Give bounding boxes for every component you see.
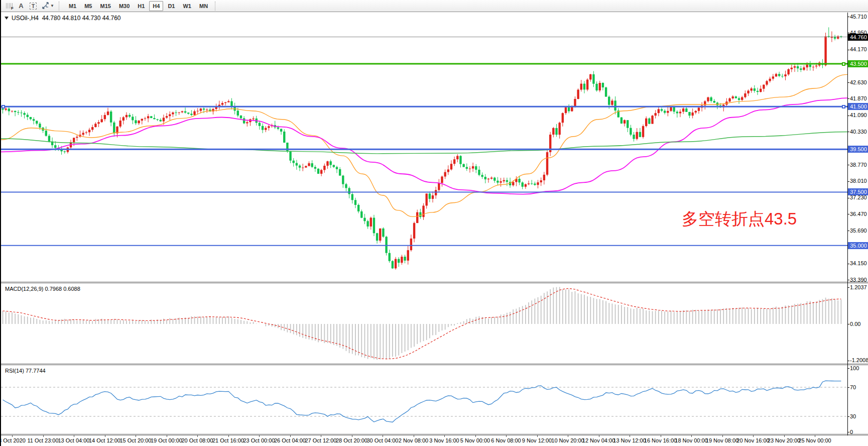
price-tick-label: 33.390 [850,277,867,283]
rsi-chart-canvas[interactable] [1,365,847,434]
tf-button-M1[interactable]: M1 [65,1,80,11]
toolbar-separator [59,2,63,11]
price-level-badge-37.500: 37.500 [848,188,868,195]
time-tick-label: 3 Nov 16:00 [429,437,459,443]
macd-label: MACD(12,26,9) 0.7968 0.6088 [5,286,80,292]
hline-marker [842,62,845,66]
time-tickmark [630,435,630,437]
rsi-tickmark [848,368,849,369]
time-tick-label: 14 Oct 12:00 [89,437,120,443]
time-tickmark [784,435,785,437]
price-tick-label: 36.470 [850,211,867,217]
time-tick-label: 27 Oct 12:00 [305,437,337,443]
hline-marker [842,105,845,108]
time-tickmark [321,435,321,437]
time-tick-label: 20 Nov 16:00 [736,437,769,443]
time-tick-label: 18 Nov 00:00 [675,437,707,443]
price-tick-label: 35.690 [850,228,867,234]
time-tick-label: 2 Nov 08:00 [399,437,428,443]
time-tick-label: 6 Nov 08:00 [491,437,521,443]
chart-title: USOil-,H4 44.780 44.810 44.730 44.760 [5,15,121,22]
rsi-tickmark [848,387,849,388]
time-tick-label: 30 Oct 04:00 [367,437,399,443]
text-box-icon[interactable]: T [27,1,39,11]
time-tickmark [661,435,661,437]
macd-tickmark [848,361,849,361]
time-tickmark [12,435,13,437]
tf-button-W1[interactable]: W1 [179,1,195,11]
grid-f-icon[interactable]: F [3,1,15,11]
pane-separator[interactable] [1,364,868,364]
timeframe-toolbar: M1M5M15M30H1H4D1W1MN [65,1,212,11]
annotation-text[interactable]: 多空转折点43.5 [682,208,797,231]
time-tick-label: 13 Nov 12:00 [613,437,646,443]
time-tick-label: 9 Nov 12:00 [522,437,552,443]
price-tick-label: 45.710 [850,14,867,20]
tf-button-MN[interactable]: MN [196,1,211,11]
time-tick-label: 28 Oct 20:00 [336,437,367,443]
time-tickmark [383,435,383,437]
time-tick-label: 16 Nov 16:00 [644,437,677,443]
macd-tick-label: -1.2008 [850,357,868,363]
text-label-icon[interactable]: A [15,1,27,11]
price-tick-label: 38.010 [850,178,867,184]
price-tickmark [848,165,849,165]
time-tick-label: 15 Oct 20:00 [120,437,152,443]
price-tickmark [848,17,849,17]
rsi-label: RSI(14) 77.7744 [5,368,46,374]
time-tickmark [722,435,723,437]
time-tickmark [105,435,105,437]
time-tickmark [537,435,538,437]
time-tick-label: 23 Oct 00:00 [243,437,275,443]
rsi-tick-label: 70 [850,384,856,390]
time-tickmark [43,435,44,437]
tf-button-H4[interactable]: H4 [149,1,163,11]
time-tickmark [259,435,260,437]
arrows-style-icon[interactable] [39,1,51,11]
current-price-badge: 44.760 [848,34,868,41]
chart-dropdown-triangle-icon[interactable] [5,17,9,20]
time-tick-label: 11 Oct 23:00 [27,437,58,443]
tf-button-M30[interactable]: M30 [115,1,133,11]
price-chart-canvas[interactable] [1,13,847,282]
price-tickmark [848,82,849,83]
rsi-tick-label: 100 [850,365,859,371]
time-tick-label: 8 Oct 2020 [0,437,26,443]
tf-button-D1[interactable]: D1 [164,1,178,11]
pane-separator[interactable] [1,282,868,282]
rsi-tickmark [848,432,849,432]
price-level-badge-35.000: 35.000 [848,242,868,249]
rsi-tickmark [848,416,849,417]
price-tick-label: 41.090 [850,112,867,118]
price-tickmark [848,132,849,132]
toolbar-separator [215,2,219,11]
macd-tick-label: 1.2037 [850,284,867,290]
time-tickmark [290,435,291,437]
tf-button-M5[interactable]: M5 [81,1,95,11]
price-level-badge-41.500: 41.500 [848,103,868,110]
price-tickmark [848,280,849,280]
time-tick-label: 5 Nov 00:00 [460,437,490,443]
time-tickmark [444,435,445,437]
time-tick-label: 13 Oct 04:00 [58,437,90,443]
tf-button-H1[interactable]: H1 [134,1,148,11]
macd-tickmark [848,324,849,324]
arrows-icon-glyph [42,2,49,10]
price-tickmark [848,198,849,198]
price-tickmark [848,214,849,214]
time-tickmark [475,435,476,437]
time-tickmark [167,435,167,437]
symbol-period-label: USOil-,H4 [12,15,39,22]
time-tick-label: 19 Oct 00:00 [151,437,182,443]
time-tick-label: 19 Nov 08:00 [706,437,738,443]
price-tickmark [848,98,849,99]
time-tickmark [74,435,74,437]
price-axis-line [847,13,848,435]
ma-line-fast [1,74,847,216]
macd-chart-canvas[interactable] [1,283,847,364]
macd-signal-line [3,288,841,359]
time-tickmark [414,435,414,437]
tf-button-M15[interactable]: M15 [96,1,114,11]
time-tickmark [136,435,136,437]
price-tickmark [848,50,849,50]
